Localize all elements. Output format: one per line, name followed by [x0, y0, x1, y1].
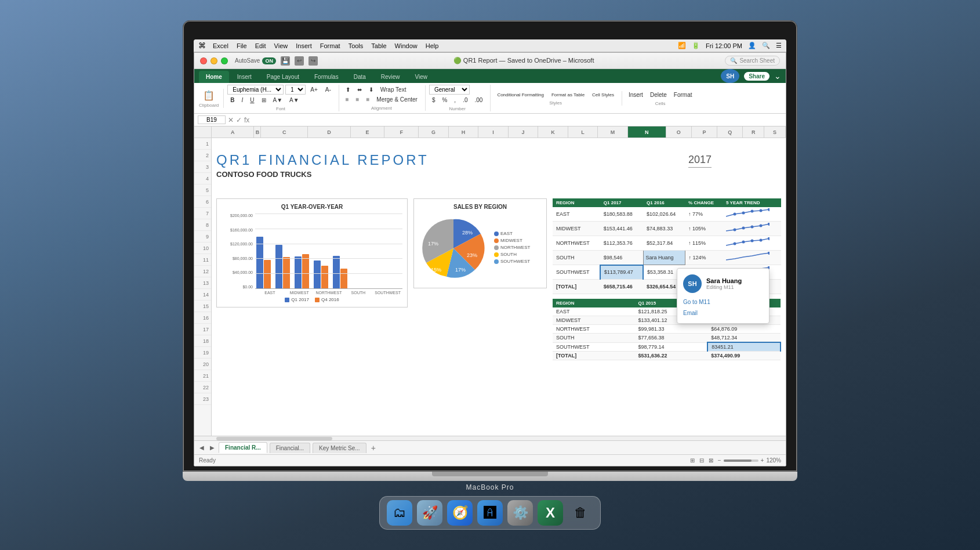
t1-southwest-q12017[interactable]: $113,789.47	[600, 265, 643, 280]
dock-finder[interactable]: 🗂	[387, 500, 412, 526]
fill-color-button[interactable]: A▼	[270, 96, 286, 104]
col-c: C	[261, 126, 308, 138]
redo-icon[interactable]: ↪	[308, 56, 318, 66]
t2-southwest-q12014[interactable]: 83451.21	[707, 342, 781, 352]
dock-trash[interactable]: 🗑	[568, 500, 593, 526]
font-increase-btn[interactable]: A+	[307, 85, 321, 94]
format-cells-btn[interactable]: Format	[671, 91, 695, 99]
zoom-slider[interactable]	[724, 459, 758, 462]
merge-center-btn[interactable]: Merge & Center	[373, 95, 420, 104]
t2-midwest-region: MIDWEST	[553, 316, 635, 325]
format-as-table-btn[interactable]: Format as Table	[549, 91, 587, 99]
tab-insert[interactable]: Insert	[230, 71, 259, 83]
minimize-button[interactable]	[210, 57, 217, 64]
t1-row-east: EAST $180,583.88 $102,026.64 ↑ 77%	[553, 207, 781, 222]
menu-help[interactable]: Help	[426, 42, 439, 49]
paste-button[interactable]: 📋	[200, 89, 217, 102]
zoom-in-button[interactable]: +	[761, 457, 764, 464]
menu-format[interactable]: Format	[320, 42, 340, 49]
tab-home[interactable]: Home	[199, 71, 229, 83]
pie-dot-northwest	[494, 245, 499, 250]
insert-cells-btn[interactable]: Insert	[626, 91, 646, 99]
expand-icon[interactable]: ⌄	[774, 71, 781, 81]
font-color-button[interactable]: A▼	[286, 96, 302, 104]
confirm-icon[interactable]: ✓	[236, 116, 242, 124]
font-size-select[interactable]: 10	[285, 85, 306, 95]
horizontal-scrollbar[interactable]	[194, 436, 786, 440]
scrollbar-thumb[interactable]	[216, 437, 332, 440]
sheet-nav-right[interactable]: ▶	[208, 444, 216, 451]
control-center-icon[interactable]: ☰	[776, 42, 782, 49]
cell-reference[interactable]	[198, 115, 226, 124]
save-icon[interactable]: 💾	[281, 56, 290, 66]
apple-logo[interactable]: ⌘	[198, 41, 206, 50]
user-menu[interactable]: 👤	[748, 42, 756, 49]
page-break-icon[interactable]: ⊠	[709, 457, 713, 464]
cell-styles-btn[interactable]: Cell Styles	[589, 91, 617, 99]
normal-view-icon[interactable]: ⊞	[690, 457, 695, 464]
maximize-button[interactable]	[221, 57, 228, 64]
align-middle-btn[interactable]: ⬌	[354, 85, 365, 94]
autosave-toggle[interactable]: ON	[262, 57, 276, 64]
dock-appstore[interactable]: 🅰	[477, 500, 503, 526]
add-sheet-button[interactable]: +	[369, 443, 378, 453]
sheet-tab-financial1[interactable]: Financial R...	[219, 442, 267, 453]
align-top-btn[interactable]: ⬆	[343, 85, 353, 94]
menu-insert[interactable]: Insert	[296, 42, 312, 49]
number-format-select[interactable]: General	[429, 85, 470, 95]
tab-view[interactable]: View	[408, 71, 435, 83]
comma-btn[interactable]: ,	[451, 96, 459, 104]
menu-table[interactable]: Table	[371, 42, 386, 49]
underline-button[interactable]: U	[247, 96, 257, 104]
goto-m11-action[interactable]: Go to M11	[683, 298, 763, 306]
undo-icon[interactable]: ↩	[295, 56, 304, 66]
user-avatar[interactable]: SH	[721, 69, 739, 83]
function-icon[interactable]: fx	[244, 116, 249, 124]
delete-cells-btn[interactable]: Delete	[647, 91, 670, 99]
font-name-select[interactable]: Euphemia (H...	[227, 85, 284, 95]
tab-data[interactable]: Data	[347, 71, 373, 83]
sheet-nav-left[interactable]: ◀	[198, 444, 206, 451]
borders-button[interactable]: ⊞	[259, 96, 269, 104]
percent-btn[interactable]: %	[439, 96, 450, 104]
italic-button[interactable]: I	[238, 96, 246, 104]
email-action[interactable]: Email	[683, 309, 763, 317]
align-right-btn[interactable]: ≡	[363, 95, 372, 104]
decrease-decimal-btn[interactable]: .00	[471, 96, 485, 104]
tab-review[interactable]: Review	[374, 71, 407, 83]
sheet-tab-financial2[interactable]: Financial...	[270, 443, 310, 453]
menu-window[interactable]: Window	[395, 42, 418, 49]
bold-button[interactable]: B	[227, 96, 237, 104]
conditional-formatting-btn[interactable]: Conditional Formatting	[494, 91, 546, 99]
increase-decimal-btn[interactable]: .0	[460, 96, 470, 104]
menu-file[interactable]: File	[237, 42, 247, 49]
dock-launchpad[interactable]: 🚀	[417, 500, 442, 526]
tab-page-layout[interactable]: Page Layout	[260, 71, 306, 83]
align-left-btn[interactable]: ≡	[343, 95, 352, 104]
align-bottom-btn[interactable]: ⬇	[366, 85, 376, 94]
currency-btn[interactable]: $	[429, 96, 438, 104]
cancel-icon[interactable]: ✕	[228, 116, 234, 124]
menu-tools[interactable]: Tools	[349, 42, 364, 49]
menu-view[interactable]: View	[274, 42, 288, 49]
share-button[interactable]: Share	[744, 72, 770, 81]
zoom-out-button[interactable]: −	[718, 457, 721, 464]
close-button[interactable]	[200, 57, 207, 64]
search-sheet[interactable]: 🔍 Search Sheet	[725, 56, 780, 66]
dock-sysprefs[interactable]: ⚙️	[507, 500, 533, 526]
menu-excel[interactable]: Excel	[213, 42, 228, 49]
formula-input[interactable]	[252, 117, 782, 124]
sheet-tab-keymetric[interactable]: Key Metric Se...	[313, 443, 366, 453]
menu-edit[interactable]: Edit	[255, 42, 266, 49]
wrap-text-btn[interactable]: Wrap Text	[378, 85, 409, 94]
search-mac-icon[interactable]: 🔍	[762, 42, 770, 49]
dock-excel[interactable]: X	[538, 500, 563, 526]
page-layout-icon[interactable]: ⊟	[699, 457, 704, 464]
font-decrease-btn[interactable]: A-	[322, 85, 334, 94]
t1-row-south: SOUTH $98,546 Sara Huang ↑ 124%	[553, 251, 781, 265]
spreadsheet-wrapper: 1 2 3 4 5 6 7 8 9 10 11 12 13 14	[194, 126, 786, 436]
ribbon-tabs: Home Insert Page Layout Formulas Data Re…	[194, 69, 786, 83]
align-center-btn[interactable]: ≡	[353, 95, 362, 104]
dock-safari[interactable]: 🧭	[447, 500, 473, 526]
tab-formulas[interactable]: Formulas	[307, 71, 346, 83]
